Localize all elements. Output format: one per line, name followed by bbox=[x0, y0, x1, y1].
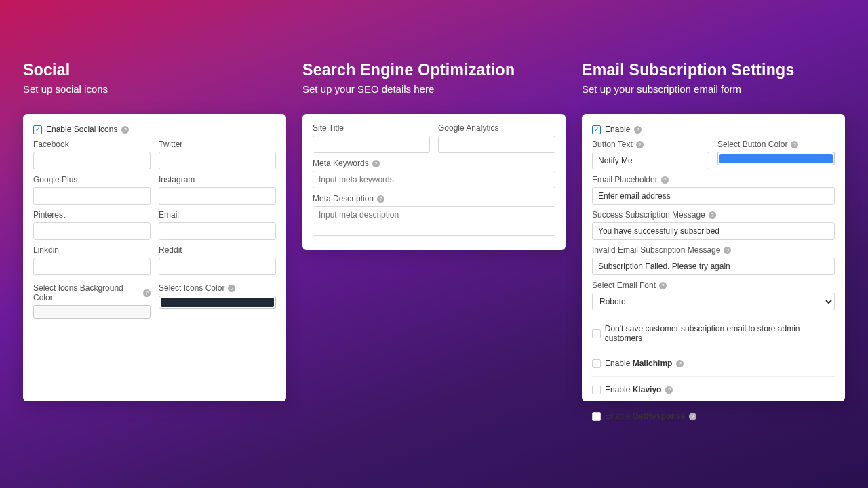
getresponse-row: ✓ Enable GetResponse ? bbox=[592, 403, 835, 425]
meta-keywords-input[interactable] bbox=[313, 171, 555, 188]
seo-title: Search Engine Optimization bbox=[302, 61, 566, 79]
email-input[interactable] bbox=[159, 222, 276, 240]
seo-column: Search Engine Optimization Set up your S… bbox=[302, 61, 566, 468]
enable-social-row: ✓ Enable Social Icons ? bbox=[33, 123, 276, 140]
meta-description-label: Meta Description ? bbox=[313, 194, 555, 203]
help-icon[interactable]: ? bbox=[665, 386, 673, 394]
site-title-input[interactable] bbox=[313, 136, 430, 153]
icons-bg-color-picker[interactable] bbox=[33, 305, 151, 319]
google-plus-input[interactable] bbox=[33, 187, 151, 205]
email-title: Email Subscription Settings bbox=[582, 61, 845, 79]
getresponse-label: Enable GetResponse bbox=[605, 411, 685, 421]
seo-subtitle: Set up your SEO details here bbox=[302, 83, 566, 95]
help-icon[interactable]: ? bbox=[372, 160, 380, 167]
help-icon[interactable]: ? bbox=[676, 360, 684, 367]
font-label: Select Email Font ? bbox=[592, 281, 835, 290]
meta-keywords-label: Meta Keywords ? bbox=[313, 159, 555, 168]
help-icon[interactable]: ? bbox=[377, 195, 384, 203]
enable-email-row: ✓ Enable ? bbox=[592, 123, 835, 140]
site-title-label: Site Title bbox=[313, 123, 430, 133]
linkedin-input[interactable] bbox=[33, 258, 151, 275]
klaviyo-label: Enable Klaviyo bbox=[605, 385, 661, 394]
help-icon[interactable]: ? bbox=[634, 126, 642, 134]
twitter-input[interactable] bbox=[159, 152, 276, 169]
social-column: Social Set up social icons ✓ Enable Soci… bbox=[23, 61, 286, 468]
twitter-label: Twitter bbox=[159, 140, 276, 149]
help-icon[interactable]: ? bbox=[724, 247, 731, 254]
success-label: Success Subscription Message ? bbox=[592, 210, 835, 220]
help-icon[interactable]: ? bbox=[228, 285, 235, 292]
klaviyo-checkbox[interactable]: ✓ bbox=[592, 386, 601, 394]
help-icon[interactable]: ? bbox=[661, 176, 669, 184]
social-title: Social bbox=[23, 61, 286, 79]
pinterest-label: Pinterest bbox=[33, 210, 151, 220]
pinterest-input[interactable] bbox=[33, 222, 151, 240]
google-analytics-input[interactable] bbox=[438, 136, 555, 153]
email-subtitle: Set up your subscription email form bbox=[582, 83, 845, 95]
help-icon[interactable]: ? bbox=[659, 282, 667, 289]
dont-save-label: Don't save customer subscription email t… bbox=[605, 324, 835, 343]
help-icon[interactable]: ? bbox=[121, 126, 129, 134]
font-select[interactable]: Roboto bbox=[592, 293, 835, 310]
invalid-label: Invalid Email Subscription Message ? bbox=[592, 245, 835, 255]
linkedin-label: Linkdin bbox=[33, 245, 151, 255]
email-panel: ✓ Enable ? Button Text ? Select Button C… bbox=[582, 114, 845, 401]
help-icon[interactable]: ? bbox=[636, 141, 644, 148]
mailchimp-label: Enable Mailchimp bbox=[605, 359, 672, 368]
button-text-input[interactable] bbox=[592, 152, 709, 169]
icons-bg-color-label: Select Icons Background Color ? bbox=[33, 283, 151, 302]
enable-social-label: Enable Social Icons bbox=[46, 125, 117, 134]
instagram-input[interactable] bbox=[159, 187, 276, 205]
icons-color-label: Select Icons Color ? bbox=[159, 283, 276, 293]
google-plus-label: Google Plus bbox=[33, 175, 151, 184]
facebook-input[interactable] bbox=[33, 152, 151, 169]
enable-email-label: Enable bbox=[605, 125, 630, 134]
help-icon[interactable]: ? bbox=[689, 413, 696, 420]
button-text-label: Button Text ? bbox=[592, 140, 709, 149]
google-analytics-label: Google Analytics bbox=[438, 123, 555, 133]
klaviyo-row: ✓ Enable Klaviyo ? bbox=[592, 376, 835, 403]
mailchimp-row: ✓ Enable Mailchimp ? bbox=[592, 350, 835, 376]
reddit-label: Reddit bbox=[159, 245, 276, 255]
email-column: Email Subscription Settings Set up your … bbox=[582, 61, 845, 468]
email-placeholder-label: Email Placeholder ? bbox=[592, 175, 835, 184]
enable-email-checkbox[interactable]: ✓ bbox=[592, 125, 601, 134]
help-icon[interactable]: ? bbox=[791, 141, 798, 148]
social-panel: ✓ Enable Social Icons ? Facebook Twitter… bbox=[23, 114, 286, 401]
success-input[interactable] bbox=[592, 222, 835, 240]
icons-color-picker[interactable] bbox=[159, 296, 276, 309]
meta-description-input[interactable] bbox=[313, 206, 555, 236]
social-subtitle: Set up social icons bbox=[23, 83, 286, 95]
help-icon[interactable]: ? bbox=[709, 211, 716, 219]
dont-save-checkbox[interactable]: ✓ bbox=[592, 329, 601, 338]
mailchimp-checkbox[interactable]: ✓ bbox=[592, 359, 601, 368]
button-color-picker[interactable] bbox=[717, 152, 835, 165]
invalid-input[interactable] bbox=[592, 258, 835, 275]
button-color-label: Select Button Color ? bbox=[717, 140, 835, 149]
seo-panel: Site Title Google Analytics Meta Keyword… bbox=[302, 114, 566, 250]
email-label: Email bbox=[159, 210, 276, 220]
instagram-label: Instagram bbox=[159, 175, 276, 184]
email-placeholder-input[interactable] bbox=[592, 187, 835, 205]
dont-save-row: ✓ Don't save customer subscription email… bbox=[592, 316, 835, 350]
facebook-label: Facebook bbox=[33, 140, 151, 149]
enable-social-checkbox[interactable]: ✓ bbox=[33, 125, 42, 134]
getresponse-checkbox[interactable]: ✓ bbox=[592, 412, 601, 421]
help-icon[interactable]: ? bbox=[143, 289, 151, 297]
reddit-input[interactable] bbox=[159, 258, 276, 275]
